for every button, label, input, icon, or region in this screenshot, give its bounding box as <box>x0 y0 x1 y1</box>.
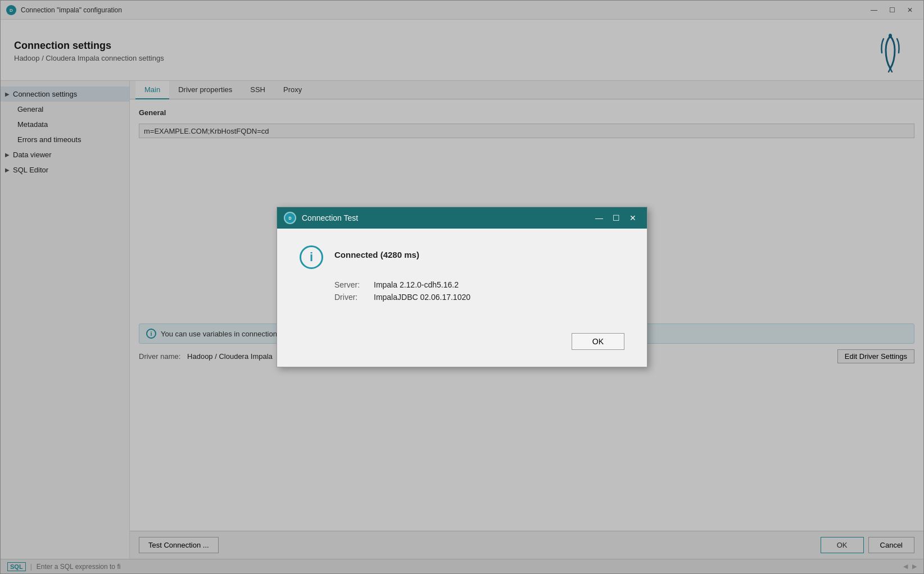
driver-label: Driver: <box>334 293 374 302</box>
server-detail-row: Server: Impala 2.12.0-cdh5.16.2 <box>334 280 624 289</box>
modal-close-button[interactable]: ✕ <box>626 211 640 225</box>
modal-ok-button[interactable]: OK <box>572 333 624 350</box>
modal-title-bar: D Connection Test — ☐ ✕ <box>277 207 647 229</box>
modal-details: Server: Impala 2.12.0-cdh5.16.2 Driver: … <box>300 280 624 302</box>
connection-test-dialog: D Connection Test — ☐ ✕ i Connected (428… <box>277 207 647 367</box>
modal-minimize-button[interactable]: — <box>592 211 606 225</box>
driver-value: ImpalaJDBC 02.06.17.1020 <box>374 293 470 302</box>
server-value: Impala 2.12.0-cdh5.16.2 <box>374 280 459 289</box>
modal-info-icon: i <box>300 245 323 269</box>
modal-title: Connection Test <box>302 213 586 222</box>
driver-detail-row: Driver: ImpalaJDBC 02.06.17.1020 <box>334 293 624 302</box>
modal-body: i Connected (4280 ms) Server: Impala 2.1… <box>277 229 647 322</box>
modal-message-row: i Connected (4280 ms) <box>300 245 624 269</box>
modal-overlay: D Connection Test — ☐ ✕ i Connected (428… <box>0 0 924 574</box>
svg-text:D: D <box>288 216 291 220</box>
modal-app-icon: D <box>284 212 296 224</box>
server-label: Server: <box>334 280 374 289</box>
modal-footer: OK <box>277 322 647 367</box>
modal-controls: — ☐ ✕ <box>592 211 640 225</box>
modal-message: Connected (4280 ms) <box>334 245 419 259</box>
modal-maximize-button[interactable]: ☐ <box>609 211 623 225</box>
